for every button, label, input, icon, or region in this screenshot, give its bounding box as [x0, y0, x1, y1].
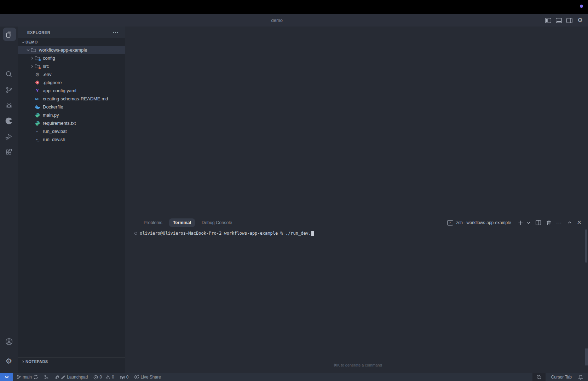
- git-branch-icon: [17, 375, 21, 380]
- rocket-icon: [54, 375, 59, 380]
- chevron-down-icon[interactable]: [25, 48, 30, 53]
- tree-item-main-py[interactable]: main.py: [18, 111, 125, 119]
- folder-badge: [39, 59, 41, 61]
- close-panel-icon[interactable]: ✕: [577, 220, 582, 225]
- section-label: DEMO: [25, 40, 38, 44]
- tree-item--env[interactable]: ⚙.env: [18, 70, 125, 78]
- more-actions-icon[interactable]: ···: [557, 220, 562, 225]
- search-icon: [5, 70, 13, 78]
- notepads-label: NOTEPADS: [25, 359, 48, 364]
- remote-indicator[interactable]: ><: [0, 373, 13, 381]
- python-icon: [34, 112, 40, 118]
- git-graph-status-item[interactable]: [44, 373, 49, 381]
- cursor-tab-toggle[interactable]: Cursor Tab: [551, 375, 572, 380]
- notifications-bell-icon[interactable]: [578, 375, 583, 380]
- command-decoration-icon[interactable]: [134, 232, 137, 235]
- explorer-sidebar: EXPLORER ··· DEMO workflows-app-examplec…: [18, 27, 125, 373]
- chevron-down-icon: [21, 40, 25, 45]
- tree-item-config[interactable]: config: [18, 54, 125, 62]
- recording-indicator-dot: [580, 5, 583, 8]
- live-share-status-item[interactable]: Live Share: [134, 373, 161, 381]
- tree-item-label: creating-schemas-README.md: [43, 96, 108, 101]
- new-terminal-icon[interactable]: [518, 220, 523, 225]
- tree-item-dockerfile[interactable]: Dockerfile: [18, 103, 125, 111]
- toggle-secondary-sidebar-icon[interactable]: [566, 18, 572, 23]
- markdown-icon: M↓: [34, 96, 40, 102]
- kill-terminal-trash-icon[interactable]: [546, 220, 551, 225]
- maximize-panel-chevron-icon[interactable]: [567, 221, 572, 225]
- workspace-section-demo[interactable]: DEMO: [18, 38, 125, 46]
- tree-item-label: requirements.txt: [43, 121, 76, 126]
- warning-icon: [105, 375, 110, 380]
- tree-item-label: Dockerfile: [43, 104, 63, 110]
- tree-item-requirements-txt[interactable]: requirements.txt: [18, 119, 125, 127]
- chevron-right-icon[interactable]: [29, 64, 34, 69]
- panel-scrollbar[interactable]: [585, 348, 588, 365]
- tree-item-run-dev-bat[interactable]: >_run_dev.bat: [18, 127, 125, 135]
- branch-status-item[interactable]: main: [17, 373, 38, 381]
- activity-run-and-debug[interactable]: [0, 129, 18, 144]
- screen: { "window": { "title": "demo" }, "menuba…: [0, 0, 588, 381]
- error-count: 0: [99, 375, 102, 380]
- terminal-dropdown-chevron-icon[interactable]: [526, 221, 530, 225]
- split-terminal-icon[interactable]: [536, 220, 541, 225]
- terminal-ai-hint: ⌘K to generate a command: [333, 363, 382, 368]
- terminal-content[interactable]: oliviero@Olivieros-MacBook-Pro-2 workflo…: [127, 228, 588, 373]
- folder-badge: [39, 67, 41, 69]
- chevron-spacer: [29, 96, 34, 101]
- folder-open-icon: [30, 47, 36, 53]
- launchpad-status-item[interactable]: Launchpad: [54, 373, 88, 381]
- problems-status-item[interactable]: 0 0: [93, 373, 114, 381]
- toggle-panel-icon[interactable]: [556, 18, 562, 23]
- tree-item-run-dev-sh[interactable]: >_run_dev.sh: [18, 135, 125, 143]
- terminal-session-title[interactable]: zsh - workflows-app-example: [456, 220, 511, 225]
- chevron-spacer: [29, 88, 34, 93]
- tree-item-label: config: [43, 55, 55, 61]
- bug-icon: [5, 102, 13, 109]
- activity-settings[interactable]: ⚙: [0, 353, 18, 369]
- activity-explorer[interactable]: [0, 27, 18, 42]
- activity-search[interactable]: [0, 66, 18, 82]
- tree-item-label: workflows-app-example: [39, 47, 87, 53]
- extensions-icon: [5, 148, 13, 156]
- screen-top-strip: [0, 0, 588, 14]
- window-title: demo: [271, 14, 283, 27]
- activity-source-control[interactable]: [0, 82, 18, 98]
- tree-item-workflows-app-example[interactable]: workflows-app-example: [18, 46, 125, 54]
- launchpad-label: Launchpad: [67, 375, 88, 380]
- live-share-label: Live Share: [140, 375, 161, 380]
- tab-problems[interactable]: Problems: [140, 218, 166, 227]
- chevron-spacer: [29, 72, 34, 77]
- terminal-scrollbar[interactable]: [585, 229, 587, 263]
- layout-settings-gear-icon[interactable]: ⚙: [577, 18, 583, 23]
- tree-item-label: app_config.yaml: [43, 88, 76, 93]
- cursor-ai-icon: [5, 117, 13, 125]
- terminal-cursor: [311, 231, 314, 236]
- activity-cursor-ai[interactable]: [0, 113, 18, 129]
- activity-accounts[interactable]: [0, 334, 18, 349]
- notepads-section[interactable]: NOTEPADS: [18, 357, 125, 365]
- folder-icon: [34, 64, 40, 69]
- activity-extensions[interactable]: [0, 144, 18, 160]
- activity-bar: ⚙: [0, 27, 18, 373]
- files-icon: [5, 31, 13, 39]
- ports-count: 0: [126, 375, 129, 380]
- error-icon: [93, 375, 98, 380]
- wand-icon: [61, 375, 65, 380]
- tree-item--gitignore[interactable]: .gitignore: [18, 78, 125, 87]
- magnifier-minus-icon: [536, 375, 542, 380]
- chevron-right-icon[interactable]: [29, 56, 34, 61]
- editor-area[interactable]: [125, 27, 588, 216]
- tab-debug-console[interactable]: Debug Console: [198, 218, 236, 227]
- more-actions-icon[interactable]: ···: [113, 30, 119, 35]
- tree-item-app-config-yaml[interactable]: Yapp_config.yaml: [18, 87, 125, 95]
- tree-item-src[interactable]: src: [18, 62, 125, 70]
- ports-status-item[interactable]: 0: [120, 373, 129, 381]
- tree-item-creating-schemas-readme-md[interactable]: M↓creating-schemas-README.md: [18, 95, 125, 103]
- sync-icon: [33, 375, 38, 380]
- toggle-sidebar-icon[interactable]: [545, 18, 551, 23]
- tab-terminal[interactable]: Terminal: [169, 218, 195, 227]
- docker-icon: [34, 104, 40, 110]
- activity-debug[interactable]: [0, 98, 18, 113]
- zoom-out-button[interactable]: [532, 373, 546, 381]
